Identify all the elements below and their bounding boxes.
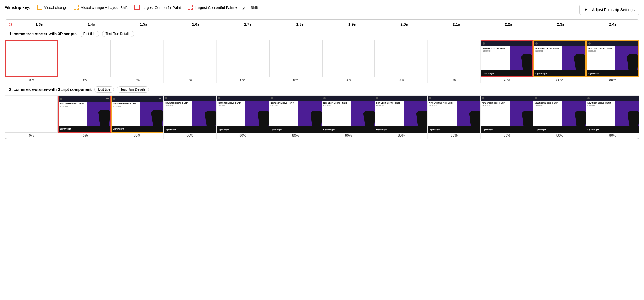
timeline-tick: 2.2s (483, 22, 535, 26)
thumb-content: New Short Sleeve T-Shirt $25.99 USD (481, 101, 533, 126)
frame-image[interactable]: New Short Sleeve T-Shirt $25.99 USD Ligh… (375, 96, 427, 133)
thumb-text-area: New Short Sleeve T-Shirt $25.99 USD (481, 46, 509, 70)
thumb-menu-icon (159, 98, 161, 100)
thumb-bottom-text: Lightweight (323, 129, 335, 131)
thumb-top-bar (534, 41, 585, 46)
empty-frame-content (269, 40, 322, 77)
frame-image[interactable]: New Short Sleeve T-Shirt $25.99 USD Ligh… (58, 96, 111, 133)
frame-image[interactable] (217, 40, 269, 77)
empty-frame-content (322, 40, 375, 77)
frame-image[interactable] (5, 96, 58, 133)
test-run-details-button-2[interactable]: Test Run Details (117, 86, 149, 93)
frame-percent: 80% (451, 133, 458, 139)
timeline-tick: 1.8s (274, 22, 326, 26)
thumb-menu-icon (529, 43, 531, 44)
frame-image[interactable] (428, 40, 480, 77)
key-lcp-label: Largest Contentful Paint (141, 5, 181, 10)
frame-thumbnail: New Short Sleeve T-Shirt $25.99 USD Ligh… (322, 96, 375, 133)
thumb-play-icon (535, 97, 537, 99)
thumb-play-icon (60, 98, 62, 100)
thumb-content: New Short Sleeve T-Shirt $25.99 USD (269, 101, 322, 126)
thumb-product-price: $25.99 USD (587, 105, 614, 106)
thumb-play-icon (429, 97, 431, 99)
frame-image[interactable]: New Short Sleeve T-Shirt $25.99 USD Ligh… (164, 96, 216, 133)
frame-image[interactable] (269, 40, 322, 77)
thumb-menu-icon (213, 98, 215, 99)
frame-image[interactable] (375, 40, 427, 77)
frame-percent: 80% (609, 77, 616, 83)
frame-image[interactable]: New Short Sleeve T-Shirt $25.99 USD Ligh… (217, 96, 269, 133)
thumb-bottom-text: Lightweight (429, 129, 440, 131)
timeline-tick: 1.6s (170, 22, 222, 26)
frame-image[interactable]: New Short Sleeve T-Shirt $25.99 USD Ligh… (111, 96, 163, 133)
thumb-top-bar (164, 96, 216, 101)
thumb-content: New Short Sleeve T-Shirt $25.99 USD (534, 46, 585, 70)
filmstrip-key-label: Filmstrip key: (5, 5, 30, 10)
thumb-img-area (615, 46, 638, 70)
thumb-text-area: New Short Sleeve T-Shirt $25.99 USD (428, 101, 457, 126)
thumb-product-title: New Short Sleeve T-Shirt (535, 47, 561, 50)
thumb-product-price: $25.99 USD (483, 50, 508, 52)
frame-thumbnail: New Short Sleeve T-Shirt $25.99 USD Ligh… (481, 41, 532, 76)
thumb-product-title: New Short Sleeve T-Shirt (483, 47, 508, 50)
test-run-details-button-1[interactable]: Test Run Details (102, 31, 134, 37)
thumb-text-area: New Short Sleeve T-Shirt $25.99 USD (59, 102, 87, 126)
thumb-product-price: $25.99 USD (376, 105, 403, 106)
thumb-product-price: $25.99 USD (218, 105, 244, 106)
frame-image[interactable]: New Short Sleeve T-Shirt $25.99 USD Ligh… (269, 96, 322, 133)
thumb-top-bar (481, 96, 533, 101)
frame-image[interactable] (322, 40, 375, 77)
thumb-shirt-icon (258, 111, 269, 126)
thumb-shirt-icon (416, 111, 427, 126)
test-title-2: 2: commerce-starter-with Script componen… (9, 87, 92, 92)
edit-title-button-2[interactable]: Edit title (94, 86, 114, 93)
frame-image[interactable] (5, 40, 58, 77)
thumb-play-icon (482, 97, 484, 99)
frame-cell: 0% (269, 40, 322, 83)
frame-image[interactable]: New Short Sleeve T-Shirt $25.99 USD Ligh… (428, 96, 480, 133)
adjust-filmstrip-button[interactable]: + + Adjust Filmstrip Settings (579, 5, 639, 15)
frame-image[interactable]: New Short Sleeve T-Shirt $25.99 USD Ligh… (533, 96, 586, 133)
thumb-bottom-text: Lightweight (587, 129, 599, 131)
key-item-lcp: Largest Contentful Paint (134, 5, 181, 10)
thumb-top-bar (59, 96, 110, 102)
frame-cell: New Short Sleeve T-Shirt $25.99 USD Ligh… (481, 96, 533, 139)
thumb-bottom-bar: Lightweight (217, 126, 269, 133)
frame-percent: 80% (134, 133, 140, 139)
frame-image[interactable]: New Short Sleeve T-Shirt $25.99 USD Ligh… (586, 40, 639, 77)
thumb-product-price: $25.99 USD (588, 50, 614, 52)
frame-image[interactable] (58, 40, 111, 77)
frame-percent: 80% (556, 133, 563, 139)
thumb-product-price: $25.99 USD (113, 106, 138, 107)
frame-percent: 0% (346, 77, 351, 83)
thumb-content: New Short Sleeve T-Shirt $25.99 USD (112, 102, 163, 126)
empty-frame-content (111, 40, 163, 77)
frame-image[interactable] (164, 40, 216, 77)
thumb-product-price: $25.99 USD (165, 105, 192, 106)
frame-image[interactable]: New Short Sleeve T-Shirt $25.99 USD Ligh… (481, 40, 533, 77)
thumb-top-bar (112, 96, 163, 102)
thumb-top-bar (375, 96, 427, 101)
thumb-bottom-text: Lightweight (271, 129, 282, 131)
timeline-tick: 1.7s (222, 22, 274, 26)
thumb-bottom-text: Lightweight (535, 72, 547, 74)
thumb-play-icon (113, 98, 115, 100)
frame-image[interactable]: New Short Sleeve T-Shirt $25.99 USD Ligh… (481, 96, 533, 133)
filmstrip-key: Filmstrip key: Visual change Visual chan… (5, 5, 258, 10)
key-visual-layout-box (74, 5, 79, 10)
edit-title-button-1[interactable]: Edit title (80, 31, 99, 37)
frame-image[interactable] (111, 40, 163, 77)
thumb-bottom-text: Lightweight (113, 128, 124, 130)
thumb-content: New Short Sleeve T-Shirt $25.99 USD (322, 101, 375, 126)
frame-image[interactable]: New Short Sleeve T-Shirt $25.99 USD Ligh… (322, 96, 375, 133)
frame-cell: New Short Sleeve T-Shirt $25.99 USD Ligh… (58, 96, 111, 139)
thumb-img-area (140, 102, 163, 126)
frame-cell: New Short Sleeve T-Shirt $25.99 USD Ligh… (269, 96, 322, 139)
thumb-shirt-icon (628, 111, 639, 126)
frame-image[interactable]: New Short Sleeve T-Shirt $25.99 USD Ligh… (533, 40, 586, 77)
thumb-top-bar (586, 96, 639, 101)
key-visual-layout-label: Visual change + Layout Shift (81, 5, 128, 10)
frame-image[interactable]: New Short Sleeve T-Shirt $25.99 USD Ligh… (586, 96, 639, 133)
frame-percent: 80% (398, 133, 405, 139)
thumb-product-title: New Short Sleeve T-Shirt (271, 102, 297, 104)
